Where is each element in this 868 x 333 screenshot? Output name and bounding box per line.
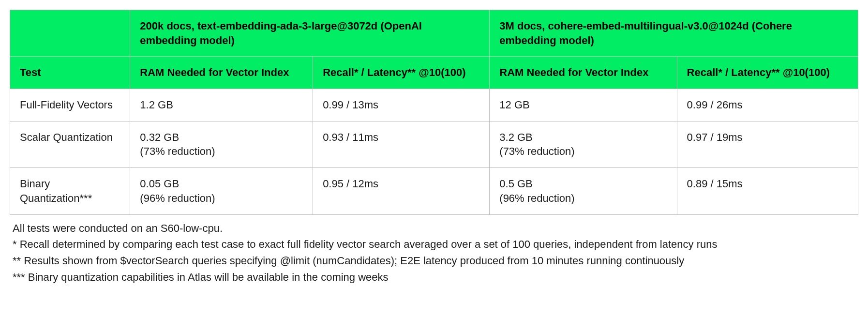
footnote-line: * Recall determined by comparing each te… (13, 237, 855, 252)
col-ram-cohere: RAM Needed for Vector Index (490, 57, 677, 89)
header-blank (10, 10, 130, 57)
footnotes: All tests were conducted on an S60-low-c… (10, 221, 858, 286)
table-row: Full-Fidelity Vectors 1.2 GB 0.99 / 13ms… (10, 89, 858, 121)
table-header-row-groups: 200k docs, text-embedding-ada-3-large@30… (10, 10, 858, 57)
cell-recall1: 0.99 / 13ms (313, 89, 490, 121)
footnote-line: ** Results shown from $vectorSearch quer… (13, 253, 855, 269)
benchmark-table: 200k docs, text-embedding-ada-3-large@30… (10, 10, 858, 215)
col-recall-openai: Recall* / Latency** @10(100) (313, 57, 490, 89)
cell-recall2: 0.99 / 26ms (677, 89, 858, 121)
table-row: Binary Quantization*** 0.05 GB(96% reduc… (10, 168, 858, 214)
cell-ram2: 0.5 GB(96% reduction) (490, 168, 677, 214)
header-group-openai: 200k docs, text-embedding-ada-3-large@30… (130, 10, 490, 57)
cell-ram1: 0.32 GB(73% reduction) (130, 121, 313, 167)
cell-ram2: 3.2 GB(73% reduction) (490, 121, 677, 167)
cell-recall1: 0.93 / 11ms (313, 121, 490, 167)
header-group-cohere: 3M docs, cohere-embed-multilingual-v3.0@… (490, 10, 858, 57)
col-test: Test (10, 57, 130, 89)
table-row: Scalar Quantization 0.32 GB(73% reductio… (10, 121, 858, 167)
cell-recall2: 0.97 / 19ms (677, 121, 858, 167)
cell-test: Full-Fidelity Vectors (10, 89, 130, 121)
cell-ram1: 1.2 GB (130, 89, 313, 121)
footnote-line: *** Binary quantization capabilities in … (13, 270, 855, 285)
footnote-line: All tests were conducted on an S60-low-c… (13, 221, 855, 236)
cell-test: Binary Quantization*** (10, 168, 130, 214)
cell-test: Scalar Quantization (10, 121, 130, 167)
col-ram-openai: RAM Needed for Vector Index (130, 57, 313, 89)
col-recall-cohere: Recall* / Latency** @10(100) (677, 57, 858, 89)
cell-ram1: 0.05 GB(96% reduction) (130, 168, 313, 214)
cell-ram2: 12 GB (490, 89, 677, 121)
table-header-row-columns: Test RAM Needed for Vector Index Recall*… (10, 57, 858, 89)
cell-recall1: 0.95 / 12ms (313, 168, 490, 214)
cell-recall2: 0.89 / 15ms (677, 168, 858, 214)
